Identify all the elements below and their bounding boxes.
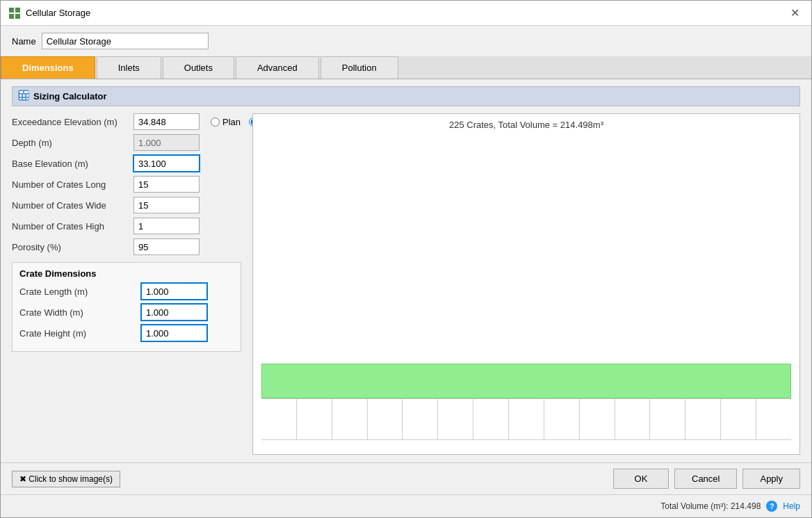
depth-label: Depth (m) [12, 138, 133, 148]
crate-length-input[interactable] [141, 283, 207, 300]
content-area: Sizing Calculator Exceedance Elevation (… [1, 79, 811, 462]
grid-cell-14 [721, 399, 756, 440]
crate-width-input[interactable] [141, 304, 207, 321]
depth-row: Depth (m) [12, 134, 241, 151]
grid-row [261, 398, 791, 440]
grid-cell-13 [685, 399, 721, 440]
exceedance-row: Exceedance Elevation (m) Plan Section [12, 113, 241, 130]
crate-width-label: Crate Width (m) [19, 307, 141, 318]
apply-button[interactable]: Apply [742, 469, 800, 489]
svg-rect-5 [19, 91, 23, 93]
base-elevation-input[interactable] [133, 155, 200, 172]
tab-advanced[interactable]: Advanced [236, 56, 319, 79]
crate-height-input[interactable] [141, 325, 207, 341]
help-icon[interactable]: ? [766, 501, 777, 512]
grid-cell-4 [368, 399, 403, 440]
crates-wide-input[interactable] [133, 197, 200, 213]
left-panel: Exceedance Elevation (m) Plan Section [12, 113, 241, 455]
grid-cell-3 [332, 399, 368, 440]
svg-rect-9 [26, 95, 29, 97]
viz-summary-label: 225 Crates, Total Volume = 214.498m³ [253, 114, 799, 136]
crate-dimensions-title: Crate Dimensions [19, 268, 234, 279]
grid-cell-15 [756, 399, 791, 440]
grid-cell-1 [261, 399, 297, 440]
plan-label: Plan [222, 117, 241, 127]
tab-outlets[interactable]: Outlets [163, 56, 234, 79]
show-images-button[interactable]: ✖ Click to show image(s) [12, 471, 120, 487]
crates-high-row: Number of Crates High [12, 218, 241, 234]
crate-height-row: Crate Height (m) [19, 325, 234, 341]
cancel-button[interactable]: Cancel [674, 469, 737, 489]
porosity-input[interactable] [133, 238, 200, 255]
exceedance-elevation-input[interactable] [133, 113, 200, 130]
main-layout: Exceedance Elevation (m) Plan Section [12, 113, 800, 455]
action-buttons: OK Cancel Apply [613, 469, 800, 489]
footer-right: Total Volume (m³): 214.498 ? Help [660, 501, 800, 512]
tab-inlets[interactable]: Inlets [97, 56, 161, 79]
help-link[interactable]: Help [783, 501, 800, 511]
close-button[interactable]: ✕ [786, 5, 803, 22]
sizing-calculator-icon [18, 90, 29, 103]
app-icon [9, 8, 20, 19]
grid-cell-10 [580, 399, 615, 440]
crates-long-input[interactable] [133, 176, 200, 193]
main-window: Cellular Storage ✕ Name Dimensions Inlet… [0, 0, 812, 518]
footer-volume-label: Total Volume (m³): 214.498 [660, 501, 761, 511]
section-header: Sizing Calculator [12, 86, 800, 106]
svg-rect-2 [9, 14, 14, 19]
svg-rect-11 [23, 98, 25, 99]
crates-long-row: Number of Crates Long [12, 176, 241, 193]
porosity-label: Porosity (%) [12, 242, 133, 252]
grid-cell-8 [509, 399, 544, 440]
green-bar [261, 364, 791, 398]
crates-long-label: Number of Crates Long [12, 179, 133, 190]
svg-rect-10 [19, 98, 22, 99]
bottom-bar: ✖ Click to show image(s) OK Cancel Apply [1, 462, 811, 494]
plan-radio[interactable] [211, 118, 220, 127]
grid-cell-5 [403, 399, 438, 440]
svg-rect-0 [9, 8, 14, 13]
porosity-row: Porosity (%) [12, 238, 241, 255]
exceedance-elevation-label: Exceedance Elevation (m) [12, 117, 133, 127]
svg-rect-12 [26, 98, 29, 99]
crates-wide-row: Number of Crates Wide [12, 197, 241, 213]
crate-dimensions-section: Crate Dimensions Crate Length (m) Crate … [12, 262, 241, 352]
svg-rect-8 [23, 95, 25, 97]
grid-cell-2 [297, 399, 332, 440]
name-label: Name [12, 36, 36, 47]
grid-cell-12 [650, 399, 685, 440]
svg-rect-1 [15, 8, 20, 13]
visualization-area: 225 Crates, Total Volume = 214.498m³ [252, 113, 800, 455]
name-row: Name [1, 26, 811, 56]
crate-height-label: Crate Height (m) [19, 328, 141, 339]
grid-cell-9 [544, 399, 580, 440]
base-elevation-row: Base Elevation (m) [12, 155, 241, 172]
title-bar: Cellular Storage ✕ [1, 1, 811, 26]
grid-cell-11 [615, 399, 651, 440]
depth-input[interactable] [133, 134, 200, 151]
svg-rect-6 [24, 91, 29, 93]
name-input[interactable] [42, 33, 209, 49]
ok-button[interactable]: OK [613, 469, 669, 489]
right-panel: 225 Crates, Total Volume = 214.498m³ [252, 113, 800, 455]
footer: Total Volume (m³): 214.498 ? Help [1, 494, 811, 517]
crates-high-input[interactable] [133, 218, 200, 234]
crates-high-label: Number of Crates High [12, 221, 133, 232]
grid-cell-6 [438, 399, 473, 440]
tabs-container: Dimensions Inlets Outlets Advanced Pollu… [1, 56, 811, 79]
crate-length-row: Crate Length (m) [19, 283, 234, 300]
base-elevation-label: Base Elevation (m) [12, 159, 133, 169]
crate-width-row: Crate Width (m) [19, 304, 234, 321]
grid-cell-7 [473, 399, 509, 440]
crates-wide-label: Number of Crates Wide [12, 200, 133, 211]
svg-rect-3 [15, 14, 20, 19]
crate-length-label: Crate Length (m) [19, 286, 141, 297]
tab-pollution[interactable]: Pollution [320, 56, 398, 79]
plan-radio-label[interactable]: Plan [211, 117, 241, 127]
tab-dimensions[interactable]: Dimensions [1, 56, 95, 79]
section-view [261, 364, 791, 440]
window-title: Cellular Storage [26, 8, 90, 18]
svg-rect-7 [19, 95, 22, 97]
sizing-calculator-title: Sizing Calculator [33, 91, 106, 102]
